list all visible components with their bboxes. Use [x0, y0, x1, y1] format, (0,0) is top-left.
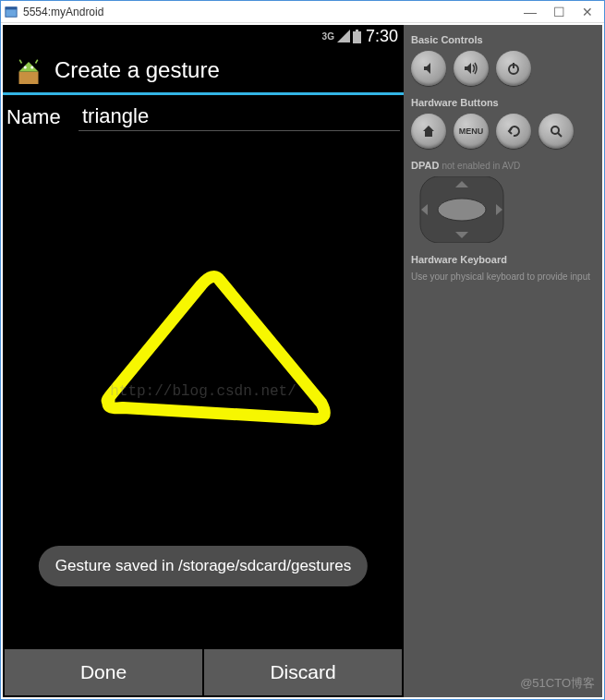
svg-rect-3: [353, 31, 361, 43]
android-statusbar: 3G 7:30: [3, 25, 404, 47]
window-titlebar: 5554:myAndroid — ☐ ✕: [1, 1, 604, 23]
emulator-side-panel: Basic Controls Hardware Buttons MENU: [404, 25, 602, 697]
android-app-icon: [12, 54, 45, 87]
hardware-buttons-title: Hardware Buttons: [411, 97, 595, 108]
page-title: Create a gesture: [54, 57, 220, 83]
network-3g-label: 3G: [322, 31, 334, 42]
action-bar: Create a gesture: [3, 47, 404, 95]
home-button[interactable]: [411, 114, 446, 149]
done-button[interactable]: Done: [5, 649, 202, 695]
attribution-text: @51CTO博客: [520, 675, 595, 692]
clock: 7:30: [366, 27, 398, 46]
svg-line-8: [36, 59, 38, 63]
svg-point-5: [24, 66, 27, 68]
keyboard-note: Use your physical keyboard to provide in…: [411, 271, 595, 283]
svg-point-6: [30, 66, 33, 68]
app-window-icon: [5, 6, 18, 18]
minimize-button[interactable]: —: [524, 5, 537, 19]
menu-button[interactable]: MENU: [454, 114, 489, 149]
content-area: 3G 7:30 Create a gesture: [1, 23, 604, 699]
basic-controls-title: Basic Controls: [411, 34, 595, 45]
basic-controls-row: [411, 51, 595, 86]
phone-screen: 3G 7:30 Create a gesture: [3, 25, 404, 697]
power-button[interactable]: [496, 51, 531, 86]
maximize-button[interactable]: ☐: [553, 5, 565, 19]
button-bar: Done Discard: [3, 647, 404, 697]
dpad-section: DPAD not enabled in AVD: [411, 160, 595, 171]
window-title: 5554:myAndroid: [23, 6, 103, 18]
dpad-label: DPAD: [411, 160, 439, 171]
volume-up-button[interactable]: [454, 51, 489, 86]
volume-down-button[interactable]: [411, 51, 446, 86]
close-button[interactable]: ✕: [582, 5, 593, 19]
search-button[interactable]: [538, 114, 574, 149]
svg-rect-1: [6, 6, 17, 9]
signal-icon: [337, 30, 350, 42]
discard-button[interactable]: Discard: [204, 649, 402, 695]
dpad-note: not enabled in AVD: [442, 161, 520, 171]
keyboard-title: Hardware Keyboard: [411, 254, 595, 265]
back-button[interactable]: [496, 114, 531, 149]
name-row: Name: [3, 95, 404, 135]
battery-icon: [353, 30, 361, 43]
svg-line-12: [558, 133, 562, 137]
dpad-control: [411, 176, 513, 243]
window-controls: — ☐ ✕: [524, 5, 600, 19]
svg-rect-2: [356, 30, 358, 31]
hardware-buttons-row: MENU: [411, 114, 595, 149]
name-label: Name: [6, 105, 79, 129]
toast-message: Gesture saved in /storage/sdcard/gesture…: [39, 546, 368, 586]
svg-point-14: [438, 199, 486, 221]
name-input[interactable]: [79, 103, 400, 131]
svg-line-7: [19, 59, 21, 63]
gesture-canvas[interactable]: http://blog.csdn.net/ Gesture saved in /…: [3, 135, 404, 647]
svg-rect-4: [19, 71, 39, 84]
emulator-window: 5554:myAndroid — ☐ ✕ 3G 7:30: [0, 0, 605, 700]
svg-point-11: [551, 127, 559, 134]
